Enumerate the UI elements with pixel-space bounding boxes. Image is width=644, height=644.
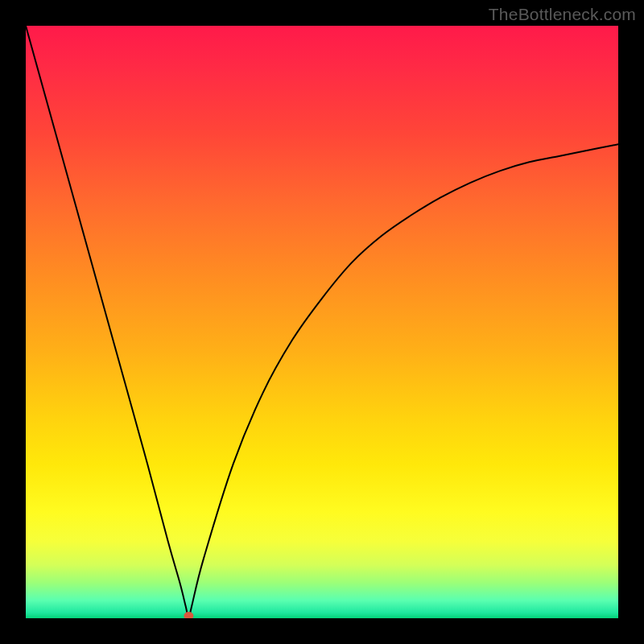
bottleneck-curve	[26, 26, 618, 618]
curve-svg	[26, 26, 618, 618]
chart-frame: TheBottleneck.com	[0, 0, 644, 644]
plot-area	[26, 26, 618, 618]
minimum-marker	[184, 612, 193, 618]
watermark-text: TheBottleneck.com	[489, 5, 636, 24]
